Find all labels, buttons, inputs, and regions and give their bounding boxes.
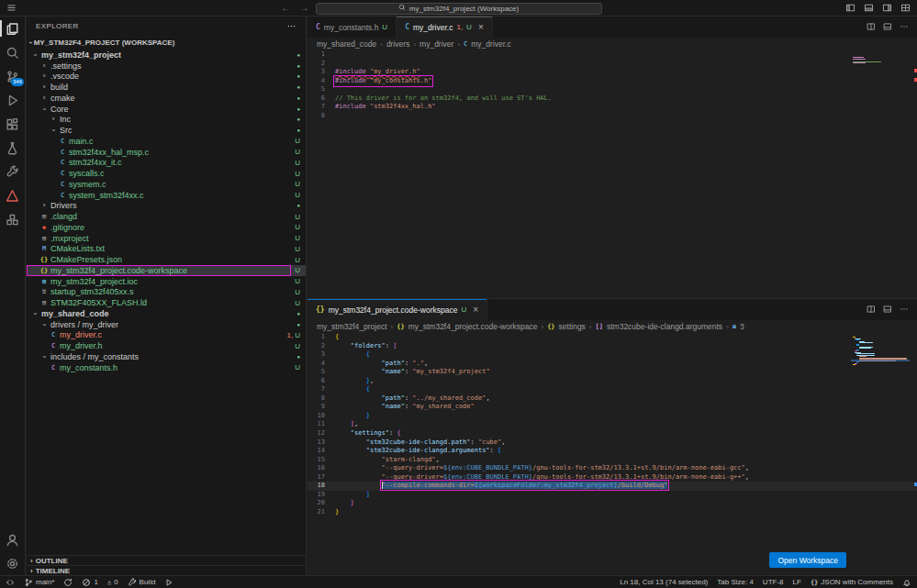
activity-containers[interactable] [0,207,25,231]
code-line-15[interactable]: 15 "starm-clangd", [308,456,917,465]
code-line-6[interactable]: 6 }, [308,377,917,386]
close-icon[interactable]: × [473,305,478,315]
section-outline[interactable]: › OUTLINE [27,555,306,565]
tree-item[interactable]: ›cmake● [27,93,306,104]
activity-extensions[interactable] [0,112,25,136]
toggle-bottom-panel[interactable] [864,3,874,15]
more-actions-icon[interactable] [286,21,296,31]
code-line-8[interactable]: 8 "path": "../my_shared_code", [308,394,917,404]
breadcrumb-item[interactable]: 3 [740,322,744,331]
tree-item[interactable]: ›.settings● [27,61,306,72]
tree-item[interactable]: ›Core● [27,104,306,115]
cursor-position[interactable]: Ln 18, Col 13 (74 selected) [620,578,708,586]
tree-item[interactable]: Cmy_driver.c1,U [27,330,306,341]
indentation[interactable]: Tab Size: 4 [717,578,754,586]
tree-item[interactable]: Csysmem.cU [27,179,306,190]
tree-item[interactable]: ›build● [27,82,306,93]
code-line-4[interactable]: 4 "path": ".", [308,360,917,369]
command-center[interactable]: my_stm32f4_project (Workspace) [316,3,602,15]
nav-back-icon[interactable]: ← [282,3,291,13]
tab-my_driver.c[interactable]: Cmy_driver.c1,U× [397,17,493,38]
activity-explorer[interactable] [0,17,25,40]
code-line-11[interactable]: 11 ], [308,420,917,429]
notifications[interactable] [902,578,911,587]
tree-item[interactable]: Csyscalls.cU [27,168,306,179]
chevron-right-icon[interactable]: › [39,94,49,103]
chevron-down-icon[interactable]: › [39,320,49,329]
nav-forward-icon[interactable]: → [300,3,309,13]
code-line-4[interactable]: 4#include "my_constants.h" [308,77,917,86]
chevron-right-icon[interactable]: › [39,83,49,92]
open-workspace-button[interactable]: Open Workspace [769,552,846,568]
code-editor[interactable]: 1{2 "folders": [3 {4 "path": ".",5 "name… [308,333,917,575]
tree-item[interactable]: ›my_stm32f4_project● [27,50,306,61]
tree-item[interactable]: ▤STM32F405XX_FLASH.ldU [27,297,306,308]
code-line-5[interactable]: 5 [308,85,917,94]
language-mode[interactable]: {}JSON with Comments [811,578,893,586]
more[interactable] [900,22,909,33]
customize-layout[interactable] [900,3,911,15]
breadcrumb-item[interactable]: my_driver.c [471,39,510,49]
code-line-8[interactable]: 8 [308,112,917,121]
code-line-18[interactable]: 18 "--compile-commands-dir=${workspaceFo… [308,482,917,491]
tree-item[interactable]: MCMakeLists.txtU [27,244,306,255]
code-line-10[interactable]: 10 } [308,412,917,421]
code-line-7[interactable]: 7#include "stm32f4xx_hal.h" [308,103,917,112]
breadcrumb-item[interactable]: drivers [386,39,410,49]
tree-item[interactable]: Cstm32f4xx_it.cU [27,158,306,169]
tree-item[interactable]: Csystem_stm32f4xx.cU [27,190,306,201]
breadcrumb-item[interactable]: my_stm32f4_project [317,322,387,331]
breadcrumb-item[interactable]: stm32cube-ide-clangd.arguments [607,322,722,331]
tree-item[interactable]: ▤.clangdU [27,211,306,222]
git-branch[interactable]: main* [24,578,54,587]
menu-icon[interactable] [6,3,17,15]
code-line-9[interactable]: 9 "name": "my_shared_code" [308,403,917,412]
eol[interactable]: LF [793,578,801,586]
tree-item[interactable]: {}my_stm32f4_project.code-workspaceU [27,265,306,276]
chevron-right-icon[interactable]: › [39,201,49,210]
code-line-16[interactable]: 16 "--query-driver=${env:CUBE_BUNDLE_PAT… [308,464,917,473]
tree-item[interactable]: Cmy_constants.hU [27,362,306,373]
code-line-20[interactable]: 20 } [308,499,917,508]
code-editor[interactable]: 123#include "my_driver.h"4#include "my_c… [308,50,917,298]
code-line-2[interactable]: 2 [308,60,917,69]
activity-settings[interactable] [0,551,25,575]
code-line-17[interactable]: 17 "--query-driver=${env:CUBE_BUNDLE_PAT… [308,473,917,483]
encoding[interactable]: UTF-8 [763,578,784,586]
tree-item[interactable]: ▤.mxprojectU [27,233,306,244]
chevron-right-icon[interactable]: › [49,115,58,124]
chevron-down-icon[interactable]: › [30,309,39,318]
tree-item[interactable]: ›my_shared_code● [27,308,306,319]
code-line-6[interactable]: 6// This driver is for an stm32f4, and w… [308,94,917,104]
build-task[interactable]: Build [128,578,156,587]
code-line-14[interactable]: 14 "stm32cube-ide-clangd.arguments": [ [308,447,917,456]
code-line-19[interactable]: 19 ] [308,491,917,500]
more[interactable] [900,305,909,316]
code-line-12[interactable]: 12 "settings": { [308,429,917,438]
section-timeline[interactable]: › TIMELINE [27,565,306,575]
activity-account[interactable] [0,527,25,551]
activity-source-control[interactable]: 346 [0,64,25,88]
activity-testing[interactable] [0,136,25,160]
breadcrumb-item[interactable]: my_driver [419,39,453,49]
tree-item[interactable]: ›Src● [27,125,306,136]
chevron-right-icon[interactable]: › [39,72,49,81]
activity-search[interactable] [0,40,25,64]
split-editor[interactable] [867,305,876,316]
run-task[interactable] [164,578,173,587]
chevron-right-icon[interactable]: › [39,61,49,71]
code-line-7[interactable]: 7 { [308,385,917,394]
tree-item[interactable]: Cmain.cU [27,136,306,147]
tree-item[interactable]: ›Inc● [27,115,306,126]
sync-changes[interactable] [63,578,73,587]
tab-my_stm32f4_project.code-workspace[interactable]: {}my_stm32f4_project.code-workspaceU× [308,299,487,320]
chevron-down-icon[interactable]: › [39,105,49,114]
activity-tools[interactable] [0,160,25,183]
code-line-13[interactable]: 13 "stm32cube-ide-clangd.path": "cube", [308,438,917,448]
chevron-down-icon[interactable]: › [49,126,58,135]
activity-run-and-debug[interactable] [0,88,25,112]
tree-item[interactable]: ◆.gitignoreU [27,222,306,233]
remote-indicator[interactable] [6,578,15,587]
code-line-3[interactable]: 3#include "my_driver.h" [308,68,917,77]
code-line-1[interactable]: 1 [308,50,917,60]
